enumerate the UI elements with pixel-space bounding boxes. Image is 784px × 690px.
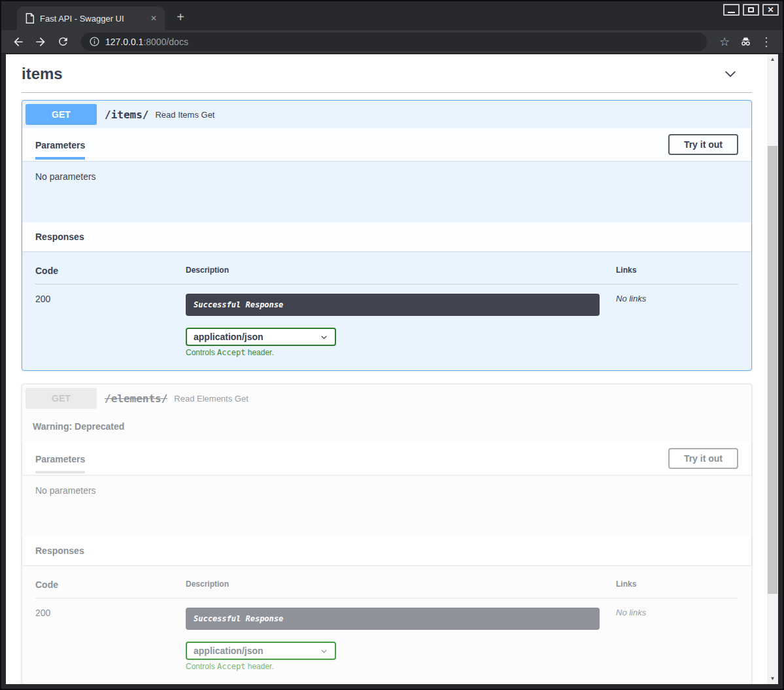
media-type-select[interactable]: application/json: [186, 328, 336, 346]
media-type-wrap: application/json Controls Accept header.: [186, 328, 616, 357]
response-row-200: 200 Successful Response application/json: [35, 598, 738, 671]
parameters-tab: Parameters: [35, 130, 85, 160]
close-button[interactable]: ✕: [762, 4, 779, 16]
parameters-header: Parameters Try it out: [22, 128, 751, 161]
try-it-out-button[interactable]: Try it out: [668, 134, 738, 155]
page-viewport: ▲ ▼ items GET /items/ Read Items Get: [6, 54, 778, 684]
responses-header: Responses: [22, 536, 751, 565]
description-column-header: Description: [186, 266, 616, 284]
response-description-text: Successful Response: [194, 614, 283, 623]
chevron-down-icon[interactable]: [723, 67, 738, 81]
responses-table: Code Description Links 200 Successful Re…: [22, 251, 751, 370]
code-column-header: Code: [35, 579, 186, 598]
page-icon: [25, 13, 35, 24]
code-column-header: Code: [35, 266, 186, 284]
method-badge: GET: [26, 104, 97, 125]
accept-note-suffix: header.: [245, 348, 273, 357]
swagger-ui: items GET /items/ Read Items Get Paramet…: [6, 54, 778, 684]
responses-header: Responses: [22, 222, 751, 251]
browser-window: Fast API - Swagger UI ✕ + ✕: [0, 0, 784, 690]
responses-table: Code Description Links 200 Successful Re…: [22, 565, 751, 684]
media-type-wrap: application/json Controls Accept header.: [186, 642, 616, 671]
window-controls: ✕: [723, 4, 779, 16]
operation-description: Read Items Get: [155, 110, 214, 120]
accept-header-note: Controls Accept header.: [186, 348, 616, 357]
scroll-down-icon[interactable]: ▼: [767, 674, 778, 684]
scroll-up-icon[interactable]: ▲: [767, 54, 778, 65]
response-code: 200: [35, 285, 186, 357]
operation-description: Read Elements Get: [174, 394, 248, 404]
parameters-body: No parameters: [22, 475, 751, 536]
browser-toolbar: 127.0.0.1:8000/docs ☆ ⋮: [1, 30, 783, 54]
opblock-get-elements-deprecated: GET /elements/ Read Elements Get Warning…: [22, 384, 752, 684]
media-type-value: application/json: [194, 332, 264, 342]
response-description-box: Successful Response: [186, 294, 600, 316]
response-row-200: 200 Successful Response application/json: [35, 285, 738, 357]
site-info-icon[interactable]: [89, 36, 100, 47]
maximize-icon: [748, 7, 754, 12]
responses-table-head: Code Description Links: [35, 266, 738, 285]
scrollbar-thumb[interactable]: [768, 146, 777, 594]
operation-path: /items/: [97, 109, 155, 121]
accept-header-note: Controls Accept header.: [186, 662, 616, 671]
accept-note-code: Accept: [217, 348, 245, 357]
parameters-tab: Parameters: [35, 444, 85, 474]
url-host: 127.0.0.1: [105, 37, 143, 47]
opblock-get-items: GET /items/ Read Items Get Parameters Tr…: [22, 100, 752, 371]
select-chevron-icon: [320, 333, 328, 341]
maximize-button[interactable]: [743, 4, 759, 16]
browser-menu-icon[interactable]: ⋮: [758, 33, 775, 50]
reload-button[interactable]: [54, 33, 72, 51]
tab-close-icon[interactable]: ✕: [148, 12, 160, 24]
links-column-header: Links: [616, 266, 738, 284]
no-parameters-text: No parameters: [35, 485, 96, 496]
parameters-header: Parameters Try it out: [22, 442, 751, 475]
titlebar: Fast API - Swagger UI ✕ + ✕: [1, 1, 783, 30]
operation-summary[interactable]: GET /elements/ Read Elements Get: [22, 385, 751, 412]
response-code: 200: [35, 598, 186, 671]
responses-title: Responses: [35, 545, 84, 556]
forward-button[interactable]: [31, 33, 50, 51]
no-parameters-text: No parameters: [35, 171, 96, 182]
browser-tab[interactable]: Fast API - Swagger UI ✕: [17, 7, 165, 30]
response-description-text: Successful Response: [194, 300, 283, 309]
address-bar[interactable]: 127.0.0.1:8000/docs: [81, 33, 707, 51]
back-button[interactable]: [9, 33, 27, 51]
operation-summary[interactable]: GET /items/ Read Items Get: [22, 101, 751, 128]
bookmark-star-icon[interactable]: ☆: [716, 33, 733, 50]
parameters-body: No parameters: [22, 161, 751, 222]
tab-title: Fast API - Swagger UI: [40, 14, 148, 24]
minimize-icon: [728, 12, 735, 13]
tag-title: items: [22, 65, 63, 83]
responses-table-head: Code Description Links: [35, 579, 738, 598]
links-column-header: Links: [616, 579, 738, 598]
new-tab-button[interactable]: +: [173, 10, 188, 26]
media-type-value: application/json: [194, 646, 264, 656]
incognito-icon: [737, 33, 754, 50]
response-links: No links: [616, 285, 738, 357]
accept-note-code: Accept: [217, 662, 245, 671]
tag-section-header[interactable]: items: [22, 61, 752, 93]
media-type-select[interactable]: application/json: [186, 642, 336, 660]
response-links: No links: [616, 598, 738, 671]
accept-note-prefix: Controls: [186, 348, 217, 357]
description-column-header: Description: [186, 579, 616, 598]
scrollbar[interactable]: ▲ ▼: [767, 54, 778, 684]
accept-note-suffix: header.: [245, 662, 273, 671]
try-it-out-button[interactable]: Try it out: [668, 448, 738, 469]
responses-title: Responses: [35, 232, 84, 242]
url-text: 127.0.0.1:8000/docs: [105, 37, 188, 47]
response-description-box: Successful Response: [186, 608, 600, 630]
select-chevron-icon: [320, 647, 328, 655]
operation-path: /elements/: [97, 392, 174, 405]
minimize-button[interactable]: [723, 4, 740, 16]
url-path: :8000/docs: [143, 37, 188, 47]
method-badge: GET: [26, 388, 97, 409]
deprecated-warning: Warning: Deprecated: [22, 412, 751, 442]
accept-note-prefix: Controls: [186, 662, 217, 671]
